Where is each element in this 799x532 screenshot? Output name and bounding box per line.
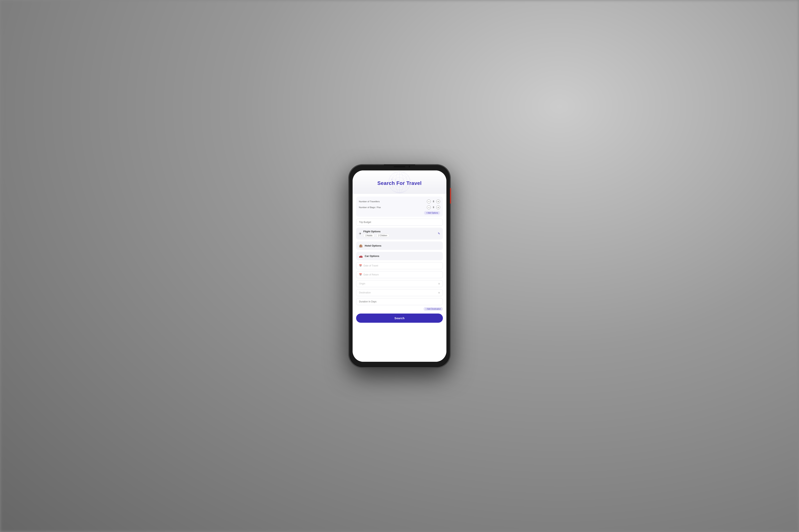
bags-row: Number of Bags / Pax − 8 +	[359, 204, 440, 210]
flight-icon: ✈	[359, 232, 361, 235]
destination-dropdown[interactable]: Destination ∨	[356, 289, 443, 296]
plus-icon: +	[437, 200, 439, 203]
edit-icon[interactable]: ✎	[438, 232, 440, 235]
scene: Search For Travel Number of Travellers −…	[349, 165, 450, 368]
flight-options-card[interactable]: ✈ Flight Options 2 Adults 2 Children ✎	[356, 228, 443, 240]
notch	[384, 165, 415, 170]
destination-label: Destination	[359, 291, 371, 294]
date-travel-placeholder: Date of Travel	[364, 264, 440, 267]
calendar-icon-1: 📅	[359, 264, 362, 267]
travellers-plus-btn[interactable]: +	[436, 200, 440, 204]
bags-stepper: − 8 +	[427, 205, 440, 209]
page-title: Search For Travel	[357, 180, 442, 186]
travellers-stepper: − 8 +	[427, 200, 440, 204]
bags-plus-btn[interactable]: +	[436, 205, 440, 209]
phone-frame: Search For Travel Number of Travellers −…	[349, 165, 450, 368]
travellers-section: Number of Travellers − 8 + Number	[356, 196, 443, 217]
calendar-icon-2: 📅	[359, 273, 362, 276]
add-options-button[interactable]: + Add Options	[424, 211, 440, 215]
date-travel-input[interactable]: 📅 Date of Travel	[356, 262, 443, 269]
travellers-minus-btn[interactable]: −	[427, 200, 431, 204]
add-options-row: + Add Options	[359, 210, 440, 215]
flight-card-left: ✈ Flight Options 2 Adults 2 Children	[359, 230, 389, 237]
flight-options-label: Flight Options	[363, 230, 389, 233]
date-return-input[interactable]: 📅 Date of Return	[356, 271, 443, 278]
notch-camera	[409, 166, 410, 167]
budget-input[interactable]	[356, 218, 443, 226]
screen-header: Search For Travel	[352, 170, 447, 194]
hotel-card-left: 🏨 Hotel Options	[359, 244, 381, 248]
bags-value: 8	[432, 206, 435, 209]
flight-tags: 2 Adults 2 Children	[363, 234, 389, 237]
add-destination-button[interactable]: + Add Destination	[423, 307, 443, 311]
form-content: Number of Travellers − 8 + Number	[352, 194, 447, 362]
car-options-card[interactable]: 🚗 Car Options	[356, 252, 443, 260]
duration-input[interactable]	[356, 298, 443, 305]
hotel-options-card[interactable]: 🏨 Hotel Options	[356, 242, 443, 250]
origin-label: Origin	[359, 282, 365, 285]
notch-speaker	[394, 166, 405, 167]
phone-screen: Search For Travel Number of Travellers −…	[352, 170, 447, 362]
children-tag: 2 Children	[376, 234, 389, 237]
hotel-icon: 🏨	[359, 244, 363, 248]
travellers-value: 8	[432, 200, 435, 203]
hotel-options-label: Hotel Options	[365, 244, 381, 247]
bags-label: Number of Bags / Pax	[359, 206, 381, 209]
bags-minus-btn[interactable]: −	[427, 205, 431, 209]
car-icon: 🚗	[359, 254, 363, 258]
chevron-down-icon-1: ∨	[438, 282, 440, 285]
plus-icon-2: +	[437, 206, 439, 209]
add-destination-row: + Add Destination	[356, 307, 443, 311]
minus-icon: −	[428, 200, 430, 203]
flight-card-inner: Flight Options 2 Adults 2 Children	[363, 230, 389, 237]
date-return-placeholder: Date of Return	[364, 273, 440, 276]
search-button[interactable]: Search	[356, 314, 443, 323]
origin-dropdown[interactable]: Origin ∨	[356, 280, 443, 287]
chevron-down-icon-2: ∨	[438, 291, 440, 294]
adults-tag: 2 Adults	[363, 234, 375, 237]
car-card-left: 🚗 Car Options	[359, 254, 379, 258]
travellers-row: Number of Travellers − 8 +	[359, 198, 440, 204]
minus-icon-2: −	[428, 206, 430, 209]
car-options-label: Car Options	[365, 254, 379, 258]
travellers-label: Number of Travellers	[359, 200, 380, 203]
